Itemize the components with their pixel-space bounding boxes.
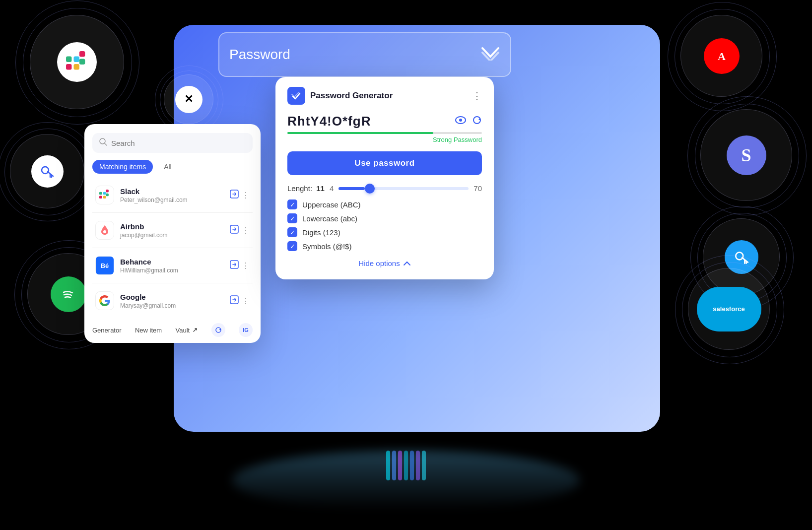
search-input[interactable] xyxy=(111,139,246,147)
pg-length-slider[interactable] xyxy=(338,187,469,190)
footer-generator-button[interactable]: Generator xyxy=(92,327,122,334)
item-info-google: Google Marysay@gmail.com xyxy=(120,293,224,309)
password-field-card[interactable]: Password xyxy=(218,32,511,77)
item-email: jacop@gmail.com xyxy=(120,232,224,239)
circle-stripe: S xyxy=(700,109,792,201)
svg-rect-22 xyxy=(103,196,106,199)
item-actions-google: ⋮ xyxy=(230,295,250,307)
list-item[interactable]: Slack Peter_wilson@gmail.com ⋮ xyxy=(92,181,253,209)
item-email: Marysay@gmail.com xyxy=(120,302,224,309)
item-actions-behance: ⋮ xyxy=(230,260,250,271)
pg-option-label-symbols: Symbols (@!$) xyxy=(302,242,351,251)
item-info-airbnb: Airbnb jacop@gmail.com xyxy=(120,222,224,239)
circle-key-left xyxy=(10,134,84,208)
pg-strength-fill xyxy=(287,132,433,134)
item-name: Google xyxy=(120,293,224,301)
item-fill-icon[interactable] xyxy=(230,260,239,271)
item-fill-icon[interactable] xyxy=(230,225,239,236)
pg-eye-icon[interactable] xyxy=(455,115,466,128)
item-more-icon[interactable]: ⋮ xyxy=(242,296,250,306)
color-bar xyxy=(386,451,390,480)
tab-matching-items[interactable]: Matching items xyxy=(92,160,153,174)
pg-checkbox-symbols[interactable]: ✓ xyxy=(287,241,297,251)
pg-hide-options-button[interactable]: Hide options xyxy=(287,259,482,267)
svg-rect-0 xyxy=(66,64,71,69)
pg-action-icons xyxy=(455,115,482,128)
svg-line-20 xyxy=(105,143,107,145)
color-bar xyxy=(398,451,402,480)
password-generator-popup: Password Generator ⋮ RhtY4!O*fgR Strong xyxy=(275,77,494,279)
password-manager-popup: Matching items All Slack Peter_wilson@gm… xyxy=(84,124,261,343)
item-name: Slack xyxy=(120,187,224,196)
svg-point-13 xyxy=(736,252,743,260)
pg-strength-label: Strong Password xyxy=(287,136,482,143)
pg-length-max: 70 xyxy=(474,184,482,193)
slack-logo xyxy=(57,42,97,82)
password-dropdown-icon[interactable] xyxy=(480,46,500,64)
pg-options: ✓ Uppercase (ABC) ✓ Lowercase (abc) ✓ Di… xyxy=(287,199,482,251)
item-fill-icon[interactable] xyxy=(230,295,239,307)
color-bar xyxy=(404,451,408,480)
svg-rect-21 xyxy=(99,196,102,199)
pg-checkbox-digits[interactable]: ✓ xyxy=(287,227,297,237)
pg-strength-bar xyxy=(287,132,482,134)
svg-point-19 xyxy=(100,138,105,144)
item-more-icon[interactable]: ⋮ xyxy=(242,191,250,200)
svg-rect-3 xyxy=(73,57,79,62)
password-field-label: Password xyxy=(229,47,480,63)
item-actions-airbnb: ⋮ xyxy=(230,225,250,236)
pm-tabs: Matching items All xyxy=(92,160,253,174)
item-logo-airbnb xyxy=(95,221,114,240)
item-more-icon[interactable]: ⋮ xyxy=(242,226,250,235)
pm-footer: Generator New item Vault IG xyxy=(92,321,253,337)
circle-x: ✕ xyxy=(164,74,213,124)
item-more-icon[interactable]: ⋮ xyxy=(242,261,250,270)
pg-option-label-digits: Digits (123) xyxy=(302,228,340,237)
pg-checkbox-lowercase[interactable]: ✓ xyxy=(287,213,297,223)
pg-title: Password Generator xyxy=(310,91,472,101)
tab-all[interactable]: All xyxy=(157,160,179,174)
pg-option-digits[interactable]: ✓ Digits (123) xyxy=(287,227,482,237)
pg-option-lowercase[interactable]: ✓ Lowercase (abc) xyxy=(287,213,482,223)
svg-rect-1 xyxy=(73,64,79,69)
list-item[interactable]: Airbnb jacop@gmail.com ⋮ xyxy=(92,216,253,245)
item-fill-icon[interactable] xyxy=(230,190,239,201)
svg-rect-2 xyxy=(66,57,71,62)
adobe-logo: A xyxy=(704,38,740,74)
svg-rect-24 xyxy=(103,192,106,195)
svg-point-6 xyxy=(42,167,49,174)
pg-menu-button[interactable]: ⋮ xyxy=(472,90,482,102)
pg-length-row: Lenght: 11 4 70 xyxy=(287,184,482,193)
pm-divider xyxy=(92,212,253,213)
svg-rect-23 xyxy=(99,192,102,195)
footer-new-item-button[interactable]: New item xyxy=(135,327,162,334)
pg-use-button[interactable]: Use password xyxy=(287,151,482,175)
item-logo-google xyxy=(95,291,114,310)
pg-logo xyxy=(287,87,305,105)
svg-text:A: A xyxy=(718,50,726,63)
pg-refresh-icon[interactable] xyxy=(472,115,482,128)
pg-length-label: Lenght: 11 xyxy=(287,184,325,193)
pm-divider xyxy=(92,283,253,283)
footer-refresh-icon[interactable] xyxy=(211,323,225,337)
svg-rect-5 xyxy=(79,59,85,64)
color-bar xyxy=(392,451,396,480)
pg-option-symbols[interactable]: ✓ Symbols (@!$) xyxy=(287,241,482,251)
salesforce-logo: salesforce xyxy=(697,287,761,331)
list-item[interactable]: Google Marysay@gmail.com ⋮ xyxy=(92,286,253,315)
footer-profile-icon[interactable]: IG xyxy=(239,323,253,337)
list-item[interactable]: Bé Behance HiWilliam@gmail.com ⋮ xyxy=(92,251,253,280)
item-actions-slack: ⋮ xyxy=(230,190,250,201)
search-icon xyxy=(99,138,107,148)
footer-vault-button[interactable]: Vault xyxy=(176,327,198,334)
color-bars xyxy=(386,451,426,480)
circle-salesforce: salesforce xyxy=(688,268,770,350)
pg-header: Password Generator ⋮ xyxy=(287,87,482,105)
pg-checkbox-uppercase[interactable]: ✓ xyxy=(287,199,297,209)
svg-rect-25 xyxy=(106,190,109,193)
circle-slack xyxy=(30,15,124,109)
pg-option-uppercase[interactable]: ✓ Uppercase (ABC) xyxy=(287,199,482,209)
pm-search-bar[interactable] xyxy=(92,133,253,153)
svg-point-28 xyxy=(103,230,106,233)
item-info-behance: Behance HiWilliam@gmail.com xyxy=(120,258,224,274)
